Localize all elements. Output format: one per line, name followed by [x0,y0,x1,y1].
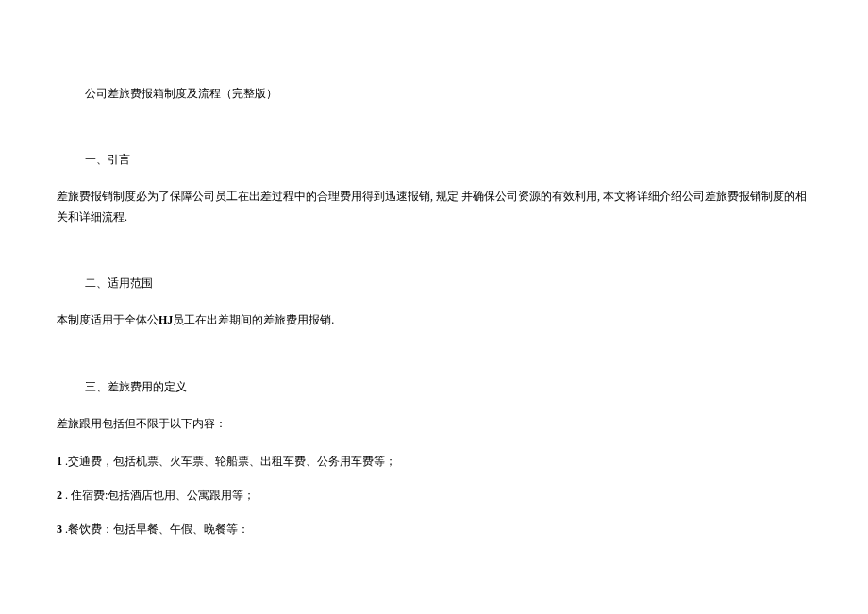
scope-text-prefix: 本制度适用于全体公 [57,313,159,326]
paragraph-intro: 差旅费报销制度必为了保障公司员工在出差过程中的合理费用得到迅速报销, 规定 并确… [57,187,811,227]
document-title: 公司差旅费报箱制度及流程（完整版） [85,85,811,102]
scope-text-bold: HJ [159,313,173,326]
list-text: .餐饮费：包括早餐、午假、晚餐等： [62,523,249,536]
document-page: 公司差旅费报箱制度及流程（完整版） 一、引言 差旅费报销制度必为了保障公司员工在… [0,0,868,583]
spacer [57,350,811,378]
section-heading-definition: 三、差旅费用的定义 [85,378,811,395]
paragraph-definition: 差旅跟用包括但不限于以下内容： [57,414,811,435]
list-item: 3 .餐饮费：包括早餐、午假、晚餐等： [57,521,811,538]
scope-text-suffix: 员工在出差期间的差旅费用报销. [173,313,334,326]
list-text: .交通费，包括机票、火车票、轮船票、出租车费、公务用车费等； [62,455,396,468]
list-item: 1 .交通费，包括机票、火车票、轮船票、出租车费、公务用车费等； [57,453,811,470]
section-heading-intro: 一、引言 [85,151,811,168]
section-heading-scope: 二、适用范围 [85,274,811,291]
list-text: . 住宿费:包括酒店也用、公寓跟用等； [62,489,255,502]
list-item: 2 . 住宿费:包括酒店也用、公寓跟用等； [57,487,811,504]
spacer [57,246,811,274]
paragraph-scope: 本制度适用于全体公HJ员工在出差期间的差旅费用报销. [57,310,811,331]
